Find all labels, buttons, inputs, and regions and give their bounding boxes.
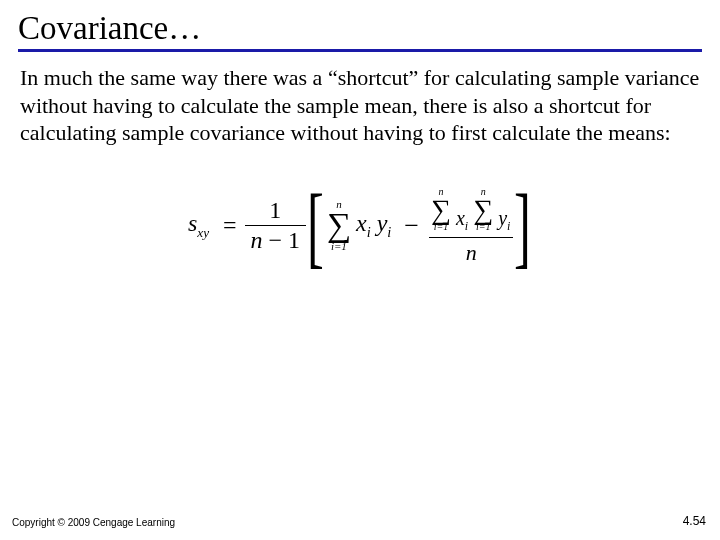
sigma-icon: ∑ (473, 197, 493, 222)
sum-yi: n ∑ i=1 (473, 187, 493, 232)
slide-title: Covariance… (0, 0, 720, 49)
inner-numerator: n ∑ i=1 xi n ∑ i=1 yi (429, 187, 513, 235)
inner-y-sub: i (507, 219, 510, 233)
formula-container: sxy = 1 n − 1 [ n ∑ i=1 xi (0, 187, 720, 265)
inner-x: x (456, 207, 465, 229)
coef-den-minus: − (269, 227, 283, 253)
coef-numerator: 1 (263, 196, 287, 225)
lhs-symbol: sxy (188, 210, 209, 241)
coef-den-n: n (251, 227, 263, 253)
term-x-sub: i (367, 224, 371, 240)
lhs-sub: xy (197, 225, 209, 240)
term-xi: xi (356, 210, 371, 241)
inner-x-sub: i (465, 219, 468, 233)
body-paragraph: In much the same way there was a “shortc… (0, 64, 720, 147)
equals-sign: = (223, 212, 237, 239)
covariance-formula: sxy = 1 n − 1 [ n ∑ i=1 xi (188, 187, 532, 265)
inner-denominator: n (466, 240, 477, 264)
sum3-lower: i=1 (476, 222, 491, 232)
inner-fraction-bar (429, 237, 513, 239)
coef-denominator: n − 1 (245, 226, 307, 255)
sigma-icon: ∑ (327, 210, 351, 241)
inner-yi: yi (498, 208, 510, 232)
page-number: 4.54 (683, 514, 706, 528)
sigma-icon: ∑ (431, 197, 451, 222)
coef-fraction: 1 n − 1 (245, 196, 307, 256)
right-bracket: ] (514, 187, 531, 265)
sum2-lower: i=1 (434, 222, 449, 232)
sum1-lower: i=1 (331, 241, 347, 252)
term-yi: yi (377, 210, 392, 241)
sum-xi: n ∑ i=1 (431, 187, 451, 232)
copyright-text: Copyright © 2009 Cengage Learning (12, 517, 175, 528)
term-x: x (356, 210, 367, 236)
left-bracket: [ (307, 187, 324, 265)
minus-sign: − (404, 211, 419, 241)
inner-xi: xi (456, 208, 468, 232)
title-underline (18, 49, 702, 52)
coef-den-one: 1 (288, 227, 300, 253)
term-y-sub: i (387, 224, 391, 240)
sum-xiyi: n ∑ i=1 (327, 199, 351, 252)
inner-y: y (498, 207, 507, 229)
term-y: y (377, 210, 388, 236)
inner-fraction: n ∑ i=1 xi n ∑ i=1 yi (429, 187, 513, 265)
lhs-s: s (188, 210, 197, 236)
